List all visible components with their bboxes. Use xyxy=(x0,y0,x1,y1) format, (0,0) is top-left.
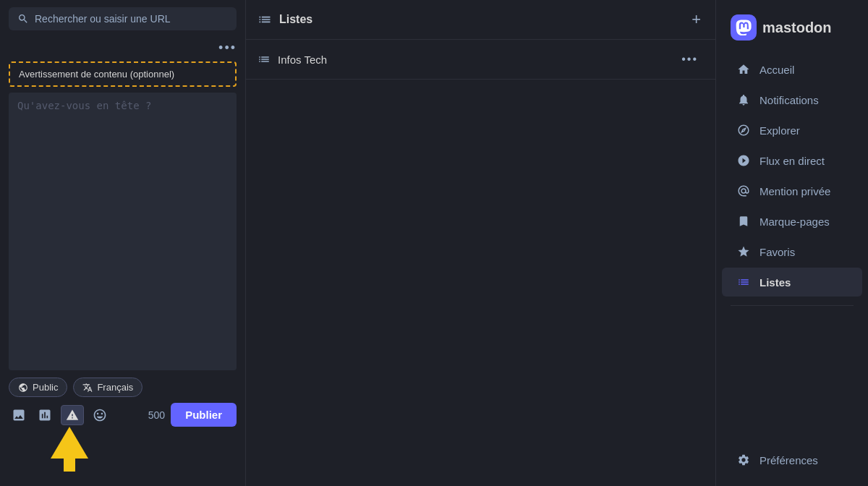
bookmark-icon xyxy=(736,214,751,229)
content-warning-text: Avertissement de contenu (optionnel) xyxy=(19,69,174,80)
search-input[interactable] xyxy=(35,13,228,25)
sidebar-item-marque-pages-label: Marque-pages xyxy=(760,216,830,228)
emoji-button[interactable] xyxy=(90,405,110,425)
lists-header: Listes + xyxy=(246,0,715,40)
sidebar-item-marque-pages[interactable]: Marque-pages xyxy=(722,207,862,236)
language-label: Français xyxy=(97,382,133,393)
sidebar-item-notifications[interactable]: Notifications xyxy=(722,85,862,114)
sidebar-item-listes[interactable]: Listes xyxy=(722,268,862,297)
star-icon xyxy=(736,244,751,259)
sidebar-item-notifications-label: Notifications xyxy=(760,94,819,106)
nav-divider xyxy=(731,305,854,306)
add-icon: + xyxy=(692,10,701,28)
content-warning-button[interactable] xyxy=(61,405,84,425)
lists-nav-icon xyxy=(736,275,751,289)
sidebar-item-explorer-label: Explorer xyxy=(760,124,800,137)
live-icon xyxy=(736,153,751,168)
publish-button[interactable]: Publier xyxy=(171,403,237,427)
list-more-button[interactable]: ••• xyxy=(676,50,704,69)
sidebar-item-mention-label: Mention privée xyxy=(760,185,830,197)
add-list-button[interactable]: + xyxy=(689,9,704,30)
arrow-container xyxy=(9,427,237,477)
compose-options: Public Français xyxy=(9,378,237,427)
right-sidebar: mastodon Accueil Notifications xyxy=(716,0,868,486)
arrow-indicator xyxy=(51,427,88,472)
actions-row: 500 Publier xyxy=(9,403,237,427)
settings-icon xyxy=(736,453,751,467)
content-warning-field: Avertissement de contenu (optionnel) xyxy=(9,61,237,87)
language-icon xyxy=(82,383,93,393)
bell-icon xyxy=(736,93,751,107)
lists-title-group: Listes xyxy=(258,12,312,27)
sidebar-item-accueil-label: Accueil xyxy=(760,64,794,76)
list-item-icon xyxy=(258,53,271,66)
sidebar-item-preferences[interactable]: Préférences xyxy=(722,446,862,474)
post-textarea[interactable] xyxy=(9,93,237,370)
language-button[interactable]: Français xyxy=(73,378,142,397)
poll-button[interactable] xyxy=(35,405,55,425)
mastodon-logo-icon xyxy=(731,14,757,40)
char-count: 500 xyxy=(148,409,165,421)
media-button[interactable] xyxy=(9,405,29,425)
poll-icon xyxy=(38,408,52,422)
search-wrap[interactable] xyxy=(9,7,237,30)
sidebar-item-explorer[interactable]: Explorer xyxy=(722,116,862,145)
brand-logo: mastodon xyxy=(716,12,868,55)
sidebar-item-favoris-label: Favoris xyxy=(760,246,795,258)
sidebar-item-mention[interactable]: Mention privée xyxy=(722,176,862,205)
more-options-button[interactable]: ••• xyxy=(218,40,237,56)
list-item-name: Infos Tech xyxy=(278,54,327,66)
lists-panel: Listes + Infos Tech ••• xyxy=(246,0,716,486)
list-item[interactable]: Infos Tech ••• xyxy=(246,40,715,80)
visibility-label: Public xyxy=(33,382,58,393)
list-icon xyxy=(258,12,272,27)
mastodon-svg xyxy=(736,20,752,35)
arrow-stem xyxy=(64,459,75,472)
sidebar-item-listes-label: Listes xyxy=(760,276,791,289)
brand-name: mastodon xyxy=(762,20,832,36)
visibility-button[interactable]: Public xyxy=(9,378,67,397)
search-bar xyxy=(0,0,245,38)
home-icon xyxy=(736,62,751,77)
sidebar-item-flux[interactable]: Flux en direct xyxy=(722,146,862,175)
compose-area: Avertissement de contenu (optionnel) Pub… xyxy=(0,61,245,486)
emoji-icon xyxy=(93,408,107,422)
lists-title: Listes xyxy=(279,13,312,26)
compose-panel: ••• Avertissement de contenu (optionnel)… xyxy=(0,0,246,486)
globe-icon xyxy=(18,383,28,393)
tag-row: Public Français xyxy=(9,378,237,397)
explore-icon xyxy=(736,123,751,137)
more-btn-row: ••• xyxy=(0,38,245,61)
sidebar-item-preferences-label: Préférences xyxy=(760,454,818,466)
arrow-up-triangle xyxy=(51,427,88,459)
at-icon xyxy=(736,184,751,198)
search-icon xyxy=(17,13,29,25)
image-icon xyxy=(12,408,26,422)
sidebar-item-favoris[interactable]: Favoris xyxy=(722,237,862,266)
sidebar-nav: Accueil Notifications Explorer xyxy=(716,55,868,474)
list-item-title-group: Infos Tech xyxy=(258,53,327,66)
sidebar-item-accueil[interactable]: Accueil xyxy=(722,55,862,84)
sidebar-item-flux-label: Flux en direct xyxy=(760,155,825,167)
warning-icon xyxy=(66,409,79,422)
